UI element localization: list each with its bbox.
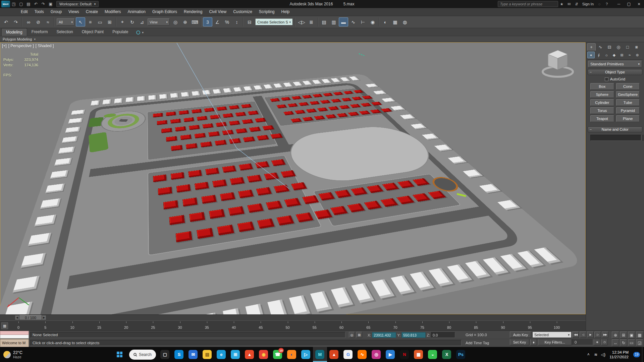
white-house[interactable] bbox=[137, 96, 145, 101]
workspace-dropdown[interactable]: Workspace: Default ▾ bbox=[56, 1, 99, 7]
viewport-shading-menu[interactable]: [ Shaded ] bbox=[36, 44, 54, 48]
time-slider-handle[interactable]: ◀ 0 / 100 ▶ bbox=[15, 315, 46, 320]
shapes-category[interactable]: ∮ bbox=[595, 52, 602, 58]
display-tab[interactable]: □ bbox=[623, 43, 632, 51]
window-crossing-toggle-icon[interactable]: ⊞ bbox=[105, 17, 114, 26]
zoom-all-icon[interactable]: ⊞ bbox=[620, 331, 627, 339]
tray-network-icon[interactable]: ≋ bbox=[592, 347, 599, 362]
app-edge[interactable]: e bbox=[214, 347, 228, 362]
schematic-view-icon[interactable]: ⊢ bbox=[358, 17, 368, 26]
toggle-ribbon-icon[interactable]: ▬ bbox=[339, 17, 348, 26]
autogrid-checkbox[interactable] bbox=[605, 77, 608, 81]
ribbon-options-icon[interactable] bbox=[136, 31, 140, 35]
white-house[interactable] bbox=[125, 97, 133, 103]
app-media-player[interactable]: ▶ bbox=[383, 347, 397, 362]
app-brave[interactable]: ▲ bbox=[243, 347, 257, 362]
select-and-manipulate-icon[interactable]: ⊕ bbox=[180, 17, 190, 26]
align-icon[interactable]: ≣ bbox=[307, 17, 316, 26]
primitive-button-teapot[interactable]: Teapot bbox=[590, 115, 614, 122]
white-house[interactable] bbox=[202, 90, 211, 95]
app-office[interactable]: ▦ bbox=[412, 347, 426, 362]
open-mini-curve-editor-icon[interactable]: ▦ bbox=[1, 322, 8, 329]
ribbon-minimize-icon[interactable]: ▾ bbox=[142, 31, 144, 34]
redo-icon[interactable]: ↷ bbox=[40, 1, 47, 7]
edit-named-selection-sets-icon[interactable]: ⊟ bbox=[245, 17, 254, 26]
zoom-extents-all-icon[interactable]: ▦ bbox=[636, 331, 643, 339]
show-desktop-button[interactable] bbox=[642, 347, 644, 362]
selection-filter-dropdown[interactable]: All▾ bbox=[57, 18, 75, 25]
rectangular-selection-region-icon[interactable]: ▭ bbox=[95, 17, 105, 26]
keyboard-shortcut-override-icon[interactable]: ⌨ bbox=[190, 17, 200, 26]
mirror-icon[interactable]: ◁▷ bbox=[297, 17, 306, 26]
action-center-icon[interactable]: 19 bbox=[631, 352, 642, 357]
next-frame-nub[interactable]: ▶ bbox=[42, 315, 46, 320]
app-photoshop[interactable]: Ps bbox=[454, 347, 468, 362]
utilities-tab[interactable]: ⋇ bbox=[632, 43, 641, 51]
view-cube[interactable] bbox=[539, 46, 576, 80]
maxscript-mini-listener[interactable] bbox=[0, 335, 29, 339]
reference-coordinate-system-dropdown[interactable]: View▾ bbox=[148, 18, 170, 25]
key-mode-toggle-button[interactable]: ◈ bbox=[594, 339, 600, 345]
polygon-modeling-bar[interactable]: Polygon Modeling ▾ bbox=[0, 36, 644, 42]
systems-category[interactable]: ⊛ bbox=[634, 52, 641, 58]
menu-animation[interactable]: Animation bbox=[124, 8, 149, 16]
white-house[interactable] bbox=[102, 99, 111, 105]
menu-tools[interactable]: Tools bbox=[31, 8, 47, 16]
primitive-button-plane[interactable]: Plane bbox=[616, 115, 640, 122]
add-time-tag[interactable]: Add Time Tag bbox=[466, 341, 489, 345]
white-house[interactable] bbox=[213, 89, 221, 94]
render-production-icon[interactable]: ◍ bbox=[400, 17, 410, 26]
primitive-button-cone[interactable]: Cone bbox=[616, 83, 640, 90]
white-house[interactable] bbox=[170, 93, 178, 98]
primitive-button-geosphere[interactable]: GeoSphere bbox=[616, 91, 640, 98]
menu-group[interactable]: Group bbox=[47, 8, 65, 16]
space-warps-category[interactable]: ≈ bbox=[626, 52, 633, 58]
pan-view-icon[interactable]: ↔ bbox=[612, 339, 619, 346]
restore-button[interactable]: ▢ bbox=[624, 0, 634, 8]
cameras-category[interactable]: ◆ bbox=[610, 52, 618, 58]
taskbar-clock[interactable]: 12:34 PM 11/27/2022 bbox=[607, 350, 631, 359]
object-type-rollout-header[interactable]: − Object Type bbox=[588, 69, 642, 75]
select-and-scale-icon[interactable]: ⊿ bbox=[137, 17, 147, 26]
time-configuration-button[interactable]: ◷ bbox=[601, 339, 608, 345]
viewport-pov-menu[interactable]: [ Perspective ] bbox=[8, 44, 34, 48]
ribbon-tab-freeform[interactable]: Freeform bbox=[27, 28, 52, 36]
ribbon-tab-selection[interactable]: Selection bbox=[52, 28, 77, 36]
menu-civil-view[interactable]: Civil View bbox=[206, 8, 230, 16]
previous-frame-button[interactable]: ◁ bbox=[580, 331, 586, 338]
menu-create[interactable]: Create bbox=[83, 8, 101, 16]
time-slider[interactable]: ◀ 0 / 100 ▶ bbox=[0, 314, 586, 320]
tray-volume-icon[interactable]: ◁) bbox=[599, 347, 607, 362]
help-icon[interactable]: ? bbox=[603, 1, 610, 7]
project-folder-icon[interactable]: ▣ bbox=[47, 1, 54, 7]
app-whatsapp[interactable]: ☎10 bbox=[271, 347, 285, 362]
play-button[interactable]: ▶ bbox=[587, 331, 594, 338]
undo-icon[interactable]: ↶ bbox=[32, 1, 40, 7]
keyword-search-input[interactable] bbox=[498, 1, 558, 7]
geometry-category[interactable]: ● bbox=[587, 52, 595, 58]
primitive-button-torus[interactable]: Torus bbox=[590, 107, 614, 114]
app-firefox[interactable]: ◐ bbox=[285, 347, 299, 362]
select-by-name-icon[interactable]: ≡ bbox=[86, 17, 95, 26]
sign-in-button[interactable]: Sign In bbox=[580, 2, 596, 6]
white-house[interactable] bbox=[114, 98, 122, 104]
render-setup-icon[interactable]: ◐ bbox=[381, 17, 390, 26]
bind-to-space-warp-icon[interactable]: ≈ bbox=[43, 17, 53, 26]
maxscript-mini-listener-macro[interactable] bbox=[0, 331, 29, 335]
previous-frame-nub[interactable]: ◀ bbox=[15, 315, 19, 320]
menu-rendering[interactable]: Rendering bbox=[180, 8, 206, 16]
white-house[interactable] bbox=[192, 91, 200, 96]
open-file-icon[interactable]: ▤ bbox=[25, 1, 32, 7]
select-object-icon[interactable]: ↖ bbox=[76, 17, 85, 26]
menu-customize[interactable]: Customize bbox=[230, 8, 256, 16]
percent-snap-icon[interactable]: % bbox=[222, 17, 232, 26]
select-and-link-icon[interactable]: ∞ bbox=[24, 17, 33, 26]
app-skype[interactable]: S bbox=[172, 347, 186, 362]
weather-widget[interactable]: 22°C Haze bbox=[0, 347, 26, 362]
auto-key-button[interactable]: Auto Key bbox=[510, 331, 531, 338]
save-file-icon[interactable]: ◳ bbox=[10, 1, 17, 7]
select-and-rotate-icon[interactable]: ↻ bbox=[127, 17, 137, 26]
max-app-button[interactable]: MAX bbox=[1, 1, 10, 7]
notifications-icon[interactable]: ◌ bbox=[596, 1, 603, 7]
current-frame-field[interactable]: 0 bbox=[572, 339, 593, 345]
